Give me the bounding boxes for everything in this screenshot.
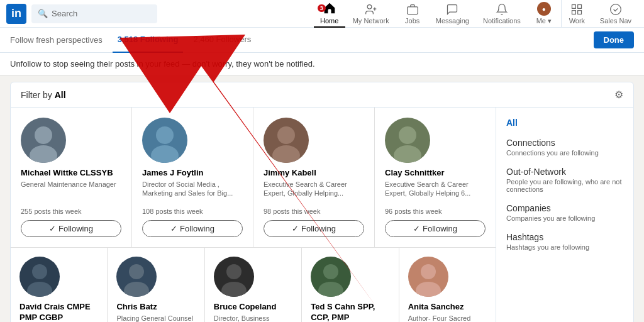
filter-label: Filter by All: [21, 90, 66, 100]
card-michael-title: General Maintenance Manager: [21, 180, 121, 203]
card-james: James J Foytlin Director of Social Media…: [132, 108, 253, 247]
card-clay: Clay Schnittker Executive Search & Caree…: [375, 108, 496, 247]
svg-point-20: [221, 282, 247, 297]
avatar-clay: [385, 118, 430, 163]
avatar-anita: [408, 257, 448, 297]
info-text: Unfollow to stop seeing their posts in y…: [10, 59, 315, 69]
cards-row-2: David Crais CMPE PMP CGBP CEO, CMG Carea…: [11, 248, 496, 322]
cards-row-1: Michael Wittke CLSSYB General Maintenanc…: [11, 108, 496, 248]
svg-point-0: [367, 4, 372, 9]
svg-point-18: [124, 282, 149, 297]
nav-home[interactable]: 3 Home: [314, 0, 345, 28]
svg-rect-4: [572, 10, 576, 14]
tab-followers[interactable]: 2,460 Followers: [188, 28, 256, 53]
card-chris-name: Chris Batz: [116, 302, 195, 313]
card-michael-follow[interactable]: ✓ Following: [21, 220, 121, 237]
avatar-michael: [21, 118, 66, 163]
card-michael-name: Michael Wittke CLSSYB: [21, 168, 121, 179]
avatar-bruce: [214, 257, 254, 297]
nav-notifications[interactable]: Notifications: [477, 0, 527, 28]
tab-following[interactable]: 3,518 Following: [113, 28, 184, 53]
search-bar[interactable]: 🔍 Search: [31, 4, 157, 23]
card-james-name: James J Foytlin: [142, 168, 243, 179]
filter-hashtags[interactable]: Hashtags Hashtags you are following: [496, 227, 633, 256]
nav-notifications-label: Notifications: [483, 17, 521, 25]
card-chris-title: Placing General Counsel & Law Partners (…: [116, 314, 195, 322]
nav-sales[interactable]: Sales Nav: [594, 0, 638, 28]
svg-point-13: [399, 126, 416, 144]
card-chris: Chris Batz Placing General Counsel & Law…: [108, 248, 204, 322]
svg-point-12: [272, 145, 300, 163]
card-clay-follow[interactable]: ✓ Following: [385, 220, 486, 237]
avatar-james: [142, 118, 187, 163]
card-jimmy-title: Executive Search & Career Expert, Global…: [264, 180, 364, 203]
filter-companies[interactable]: Companies Companies you are following: [496, 198, 633, 227]
card-clay-posts: 96 posts this week: [385, 208, 486, 215]
svg-point-15: [32, 264, 47, 279]
filter-out-of-network[interactable]: Out-of-Network People you are following,…: [496, 162, 633, 198]
svg-rect-1: [407, 6, 418, 14]
filter-options-icon[interactable]: ⚙: [614, 89, 623, 101]
card-bruce-title: Director, Business Development | Father …: [214, 314, 292, 322]
nav-me[interactable]: ● Me ▾: [528, 0, 560, 28]
svg-point-22: [318, 282, 343, 297]
svg-point-9: [156, 126, 174, 144]
card-ted: Ted S Cahn SPP, CCP, PMP Strategy | Stra…: [302, 248, 399, 322]
cards-area: Michael Wittke CLSSYB General Maintenanc…: [10, 108, 496, 322]
svg-point-10: [151, 145, 179, 163]
card-james-title: Director of Social Media , Marketing and…: [142, 180, 243, 203]
card-michael-posts: 255 posts this week: [21, 208, 121, 215]
card-jimmy-name: Jimmy Kabell: [264, 168, 364, 179]
nav-network[interactable]: My Network: [347, 0, 396, 28]
nav-items: 3 Home My Network Jobs Messaging Notific…: [314, 0, 638, 28]
main-content: Michael Wittke CLSSYB General Maintenanc…: [10, 108, 634, 322]
nav-jobs[interactable]: Jobs: [397, 0, 428, 28]
avatar-ted: [311, 257, 351, 297]
card-james-follow[interactable]: ✓ Following: [142, 220, 243, 237]
linkedin-logo[interactable]: in: [6, 4, 26, 24]
filter-bar: Filter by All ⚙: [10, 82, 634, 108]
svg-rect-2: [572, 4, 576, 8]
card-anita-name: Anita Sanchez: [408, 302, 487, 313]
search-icon: 🔍: [38, 9, 48, 18]
me-avatar: ●: [537, 2, 551, 16]
nav-home-label: Home: [320, 17, 338, 25]
svg-rect-3: [578, 4, 582, 8]
sub-nav: Follow fresh perspectives 3,518 Followin…: [0, 28, 644, 53]
nav-messaging[interactable]: Messaging: [430, 0, 475, 28]
card-clay-title: Executive Search & Career Expert, Global…: [385, 180, 486, 203]
svg-point-19: [226, 264, 242, 279]
svg-point-8: [30, 145, 57, 163]
svg-point-14: [394, 145, 421, 163]
filter-connections[interactable]: Connections Connections you are followin…: [496, 133, 633, 162]
card-david-name: David Crais CMPE PMP CGBP: [19, 302, 98, 322]
card-bruce-name: Bruce Copeland: [214, 302, 292, 313]
info-bar: Unfollow to stop seeing their posts in y…: [0, 53, 644, 75]
search-placeholder: Search: [52, 9, 77, 18]
done-button[interactable]: Done: [594, 31, 635, 48]
card-jimmy-follow[interactable]: ✓ Following: [264, 220, 364, 237]
svg-point-6: [611, 4, 621, 14]
card-jimmy: Jimmy Kabell Executive Search & Career E…: [253, 108, 375, 247]
svg-point-16: [27, 282, 52, 297]
card-clay-name: Clay Schnittker: [385, 168, 486, 179]
card-jimmy-posts: 98 posts this week: [264, 208, 364, 215]
nav-me-label: Me ▾: [536, 17, 552, 25]
nav-work-label: Work: [569, 17, 585, 25]
card-anita: Anita Sanchez Author- Four Sacred Gifts:…: [399, 248, 496, 322]
card-anita-title: Author- Four Sacred Gifts: Indigenous Wi…: [408, 314, 487, 322]
svg-point-7: [35, 126, 52, 144]
card-ted-name: Ted S Cahn SPP, CCP, PMP: [311, 302, 389, 322]
avatar-chris: [116, 257, 157, 297]
nav-network-label: My Network: [353, 17, 389, 25]
nav-sales-label: Sales Nav: [600, 17, 631, 25]
nav-work[interactable]: Work: [561, 0, 592, 28]
nav-jobs-label: Jobs: [405, 17, 419, 25]
avatar-jimmy: [264, 118, 309, 163]
filter-dropdown: All Connections Connections you are foll…: [496, 108, 634, 322]
svg-point-23: [421, 264, 436, 279]
svg-rect-5: [578, 10, 582, 14]
svg-point-21: [323, 264, 338, 279]
filter-all[interactable]: All: [496, 113, 633, 133]
main-nav: in 🔍 Search 3 Home My Network Jobs Messa…: [0, 0, 644, 28]
